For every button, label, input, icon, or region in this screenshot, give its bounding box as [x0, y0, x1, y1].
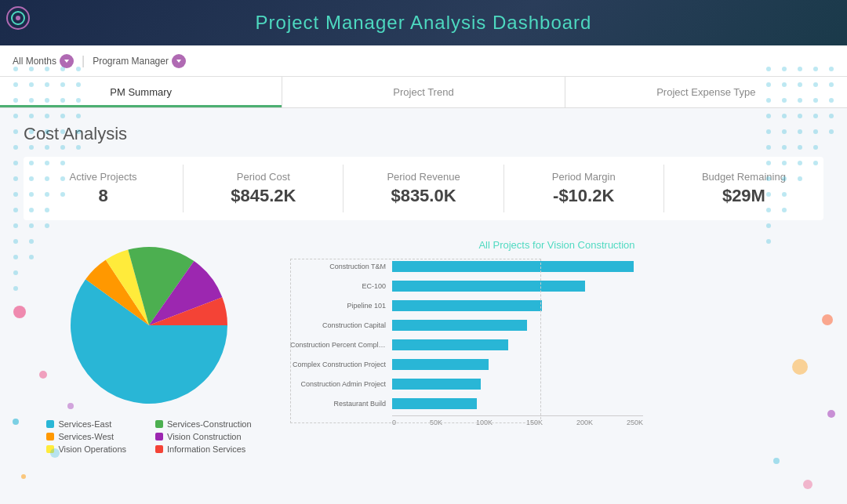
bar-label-1: EC-100: [290, 282, 391, 291]
pie-legend: Services-East Services-Construction Serv…: [46, 419, 251, 454]
tab-pm-summary-label: PM Summary: [110, 86, 172, 98]
filter-divider: |: [82, 54, 85, 68]
kpi-active-projects-label: Active Projects: [36, 171, 170, 183]
bar-chart-area: Construction T&MEC-100Pipeline 101Constr…: [290, 259, 823, 442]
legend-label-services-east: Services-East: [58, 419, 111, 429]
bar-row-6: Construction Admin Project: [392, 376, 823, 392]
bar-row-3: Construction Capital: [392, 317, 823, 333]
axis-label-0: 0: [392, 419, 396, 426]
charts-row: Services-East Services-Construction Serv…: [24, 239, 823, 454]
legend-services-east: Services-East: [46, 419, 143, 429]
legend-dot-information-services: [155, 445, 163, 453]
legend-vision-construction: Vision Construction: [155, 432, 252, 441]
bar-fill-3: [392, 320, 527, 331]
bar-fill-2: [392, 300, 542, 311]
kpi-budget-remaining: Budget Remaining $29M: [664, 165, 823, 212]
legend-label-information-services: Information Services: [167, 444, 245, 454]
axis-label-5: 250K: [627, 419, 643, 426]
bar-label-0: Construction T&M: [290, 263, 391, 271]
tab-bar: PM Summary Project Trend Project Expense…: [0, 77, 847, 108]
tab-project-expense-type[interactable]: Project Expense Type: [565, 77, 847, 107]
filter-bar: All Months | Program Manager: [0, 45, 847, 77]
bar-label-6: Construction Admin Project: [290, 380, 391, 389]
axis-label-4: 200K: [576, 419, 593, 426]
bar-fill-4: [392, 339, 508, 350]
pie-chart: [63, 239, 235, 412]
logo-icon: [6, 6, 30, 30]
tab-pm-summary[interactable]: PM Summary: [0, 77, 282, 107]
kpi-budget-remaining-value: $29M: [677, 186, 811, 206]
cost-analysis-title: Cost Analysis: [24, 124, 823, 144]
bar-chart-title: All Projects for Vision Construction: [290, 239, 823, 251]
bar-label-2: Pipeline 101: [290, 302, 391, 310]
kpi-period-cost-value: $845.2K: [196, 186, 330, 206]
bar-row-2: Pipeline 101: [392, 298, 823, 314]
legend-services-west: Services-West: [46, 432, 143, 441]
axis-label-1: 50K: [430, 419, 442, 426]
bar-fill-0: [392, 261, 634, 272]
tab-project-trend[interactable]: Project Trend: [282, 77, 565, 107]
legend-vision-operations: Vision Operations: [46, 444, 143, 454]
bar-fill-1: [392, 281, 585, 292]
bar-row-5: Complex Construction Project: [392, 357, 823, 372]
kpi-period-cost-label: Period Cost: [196, 171, 330, 183]
legend-label-vision-operations: Vision Operations: [58, 444, 126, 454]
legend-label-services-west: Services-West: [58, 432, 114, 441]
kpi-period-cost: Period Cost $845.2K: [184, 165, 344, 212]
kpi-period-revenue-value: $835.0K: [356, 186, 490, 206]
bar-row-7: Restaurant Build: [392, 396, 823, 412]
bar-fill-5: [392, 359, 489, 370]
filter-dot-2: [172, 54, 186, 68]
bar-label-3: Construction Capital: [290, 321, 391, 330]
kpi-period-revenue-label: Period Revenue: [356, 171, 490, 183]
kpi-active-projects: Active Projects 8: [24, 165, 184, 212]
dashboard-title: Project Manager Analysis Dashboard: [256, 12, 592, 34]
bar-axis: 050K100K150K200K250K: [392, 415, 643, 426]
tab-project-expense-type-label: Project Expense Type: [656, 86, 755, 98]
bar-label-7: Restaurant Build: [290, 400, 391, 408]
legend-dot-vision-construction: [155, 433, 163, 441]
bar-label-4: Construction Percent Complete: [290, 341, 391, 350]
legend-dot-services-west: [46, 433, 54, 441]
legend-services-construction: Services-Construction: [155, 419, 252, 429]
legend-label-vision-construction: Vision Construction: [167, 432, 242, 441]
filter-all-months-label: All Months: [13, 56, 56, 67]
filter-program-manager[interactable]: Program Manager: [93, 54, 186, 68]
legend-dot-vision-operations: [46, 445, 54, 453]
main-content: Cost Analysis Active Projects 8 Period C…: [0, 108, 847, 504]
kpi-period-margin: Period Margin -$10.2K: [504, 165, 664, 212]
svg-point-109: [16, 16, 20, 20]
bar-label-5: Complex Construction Project: [290, 361, 391, 369]
dashboard-header: Project Manager Analysis Dashboard: [0, 0, 847, 45]
kpi-active-projects-value: 8: [36, 186, 170, 206]
kpi-period-margin-label: Period Margin: [517, 171, 651, 183]
bar-chart-section: All Projects for Vision Construction Con…: [290, 239, 823, 454]
tab-project-trend-label: Project Trend: [393, 86, 453, 98]
kpi-period-revenue: Period Revenue $835.0K: [344, 165, 503, 212]
svg-marker-111: [176, 60, 181, 63]
filter-dot-1: [60, 54, 74, 68]
bar-row-0: Construction T&M: [392, 259, 823, 274]
bar-row-1: EC-100: [392, 278, 823, 294]
legend-label-services-construction: Services-Construction: [167, 419, 252, 429]
bar-fill-7: [392, 398, 477, 409]
kpi-period-margin-value: -$10.2K: [517, 186, 651, 206]
kpi-row: Active Projects 8 Period Cost $845.2K Pe…: [24, 157, 823, 220]
bar-fill-6: [392, 379, 481, 390]
axis-label-3: 150K: [526, 419, 543, 426]
axis-label-2: 100K: [476, 419, 493, 426]
legend-dot-services-construction: [155, 420, 163, 428]
kpi-budget-remaining-label: Budget Remaining: [677, 171, 811, 183]
svg-marker-110: [64, 60, 69, 63]
filter-all-months[interactable]: All Months: [13, 54, 74, 68]
legend-information-services: Information Services: [155, 444, 252, 454]
pie-chart-section: Services-East Services-Construction Serv…: [24, 239, 274, 454]
legend-dot-services-east: [46, 420, 54, 428]
pie-chart-container: Services-East Services-Construction Serv…: [24, 239, 274, 454]
filter-program-manager-label: Program Manager: [93, 56, 169, 67]
bar-row-4: Construction Percent Complete: [392, 337, 823, 353]
